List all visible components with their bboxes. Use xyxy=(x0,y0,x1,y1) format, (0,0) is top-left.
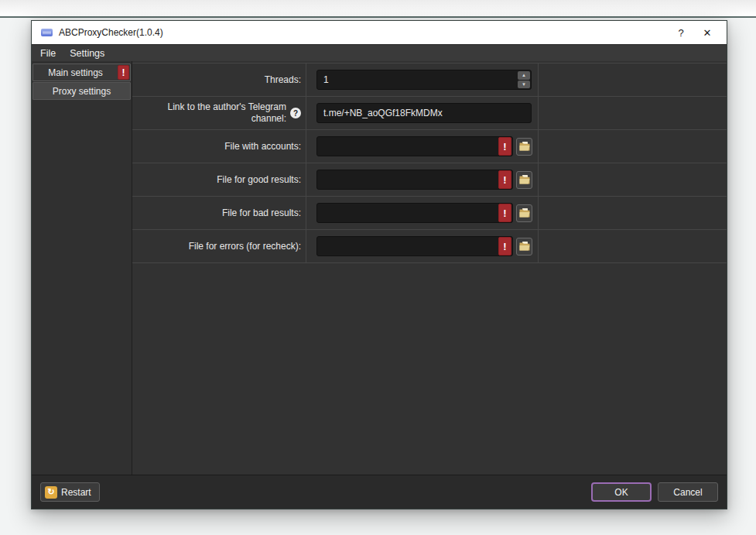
app-window: ABCProxyChecker(1.0.4) ? ✕ File Settings… xyxy=(31,20,727,509)
form-row-file-errors: File for errors (for recheck): ! xyxy=(132,230,727,263)
folder-icon xyxy=(519,208,530,218)
menubar: File Settings xyxy=(32,44,727,61)
restart-label: Restart xyxy=(61,487,91,498)
alert-icon: ! xyxy=(118,65,129,80)
browse-file-button[interactable] xyxy=(516,138,532,156)
sidebar-item-label: Main settings xyxy=(33,67,118,78)
sidebar: Main settings ! Proxy settings xyxy=(32,61,132,475)
field-label: Threads: xyxy=(265,74,301,86)
main-panel: Threads: ▲ ▼ xyxy=(132,61,727,475)
menu-file[interactable]: File xyxy=(33,46,63,60)
form-row-threads: Threads: ▲ ▼ xyxy=(132,63,727,97)
chevron-down-icon: ▼ xyxy=(522,82,526,87)
chevron-up-icon: ▲ xyxy=(522,73,526,77)
field-label: File for bad results: xyxy=(222,207,301,219)
file-accounts-input[interactable] xyxy=(316,136,513,156)
footer-bar: ↻ Restart OK Cancel xyxy=(32,475,727,509)
titlebar[interactable]: ABCProxyChecker(1.0.4) ? ✕ xyxy=(32,21,727,44)
threads-input[interactable] xyxy=(316,70,532,90)
cancel-button[interactable]: Cancel xyxy=(658,482,718,502)
browse-file-button[interactable] xyxy=(516,238,532,255)
browse-file-button[interactable] xyxy=(516,171,532,189)
restart-button[interactable]: ↻ Restart xyxy=(40,482,100,502)
file-errors-input[interactable] xyxy=(316,236,513,256)
field-label: Link to the author's Telegram channel: xyxy=(142,101,286,125)
field-label: File for errors (for recheck): xyxy=(189,241,301,252)
desktop-top-strip xyxy=(0,0,756,18)
ok-button[interactable]: OK xyxy=(591,482,652,502)
help-icon[interactable]: ? xyxy=(290,108,301,118)
folder-icon xyxy=(519,142,530,151)
form-row-file-accounts: File with accounts: ! xyxy=(132,130,727,163)
form-row-file-bad: File for bad results: ! xyxy=(132,197,727,230)
file-good-input[interactable] xyxy=(316,170,513,190)
spin-up-button[interactable]: ▲ xyxy=(518,71,530,80)
sidebar-item-label: Proxy settings xyxy=(33,86,130,97)
field-label: File with accounts: xyxy=(224,141,301,153)
alert-icon: ! xyxy=(498,237,511,255)
window-title: ABCProxyChecker(1.0.4) xyxy=(59,27,163,38)
titlebar-help-button[interactable]: ? xyxy=(668,22,694,43)
folder-icon xyxy=(519,242,530,251)
sidebar-item-proxy-settings[interactable]: Proxy settings xyxy=(32,82,131,100)
form-row-file-good: File for good results: ! xyxy=(132,163,727,197)
form-row-telegram: Link to the author's Telegram channel: ? xyxy=(132,97,727,130)
threads-spinbox: ▲ ▼ xyxy=(316,70,532,90)
folder-icon xyxy=(519,175,530,184)
spin-down-button[interactable]: ▼ xyxy=(518,81,530,89)
alert-icon: ! xyxy=(498,170,511,189)
alert-icon: ! xyxy=(498,137,511,156)
settings-form: Threads: ▲ ▼ xyxy=(132,63,727,263)
sidebar-item-main-settings[interactable]: Main settings ! xyxy=(32,63,131,81)
close-icon[interactable]: ✕ xyxy=(694,22,720,43)
menu-settings[interactable]: Settings xyxy=(63,46,111,60)
restart-icon: ↻ xyxy=(45,486,57,499)
field-label: File for good results: xyxy=(217,174,301,186)
file-bad-input[interactable] xyxy=(316,203,513,223)
telegram-link-input[interactable] xyxy=(316,103,532,123)
browse-file-button[interactable] xyxy=(516,204,532,222)
app-icon xyxy=(41,29,53,36)
alert-icon: ! xyxy=(498,204,511,222)
